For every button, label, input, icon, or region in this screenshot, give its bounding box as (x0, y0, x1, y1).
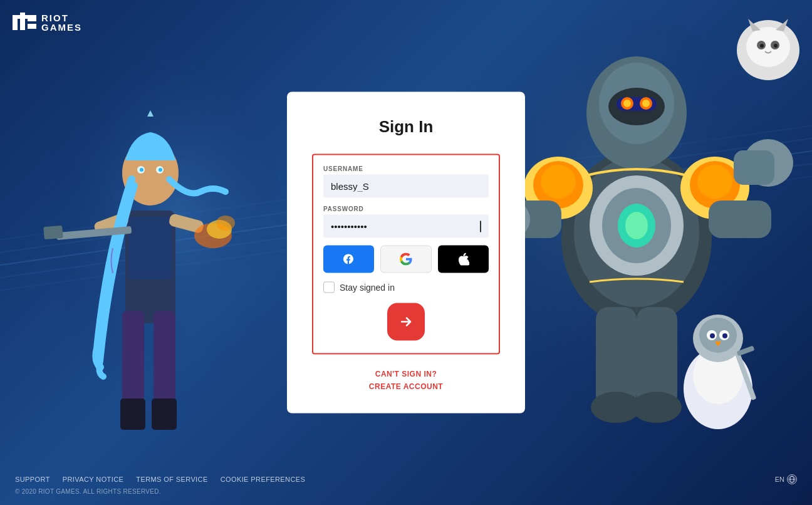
svg-rect-6 (128, 217, 172, 279)
svg-rect-42 (709, 200, 771, 238)
cant-sign-in-link[interactable]: CAN'T SIGN IN? (369, 370, 443, 378)
apple-icon (458, 253, 469, 266)
sign-in-title: Sign In (379, 117, 434, 137)
logo-text: RIOT GAMES (41, 13, 82, 32)
password-cursor (480, 221, 481, 232)
password-label: PASSWORD (323, 206, 489, 212)
google-signin-button[interactable] (380, 246, 432, 273)
riot-logo-icon (13, 13, 36, 33)
character-left (0, 35, 301, 474)
arrow-right-icon (398, 315, 414, 330)
svg-point-39 (623, 100, 631, 107)
svg-rect-72 (13, 15, 36, 19)
facebook-signin-button[interactable] (323, 246, 374, 273)
logo: RIOT GAMES (13, 13, 82, 33)
svg-rect-4 (120, 398, 145, 430)
svg-point-64 (760, 44, 764, 48)
svg-point-53 (699, 318, 737, 353)
svg-point-14 (159, 168, 162, 172)
svg-rect-2 (122, 311, 144, 411)
footer-links: SUPPORT PRIVACY NOTICE TERMS OF SERVICE … (15, 474, 797, 484)
stay-signed-in-label: Stay signed in (340, 283, 395, 293)
lang-label: EN (775, 476, 784, 483)
password-field-group: PASSWORD (323, 206, 489, 238)
copyright: © 2020 RIOT GAMES. ALL RIGHTS RESERVED. (15, 488, 797, 495)
svg-point-26 (625, 212, 648, 239)
svg-point-29 (541, 165, 576, 199)
password-wrapper (323, 215, 489, 238)
svg-rect-16 (43, 226, 63, 240)
google-icon (400, 253, 412, 266)
svg-point-32 (697, 165, 732, 199)
svg-rect-45 (734, 150, 774, 185)
svg-point-19 (216, 216, 235, 231)
username-input[interactable] (323, 175, 489, 198)
facebook-icon (342, 253, 355, 266)
svg-point-61 (746, 27, 790, 67)
svg-rect-5 (152, 398, 177, 430)
username-label: USERNAME (323, 165, 489, 172)
svg-point-13 (140, 168, 143, 172)
terms-link[interactable]: TERMS OF SERVICE (136, 476, 207, 483)
apple-signin-button[interactable] (438, 246, 489, 273)
cookie-link[interactable]: COOKIE PREFERENCES (221, 476, 306, 483)
password-input[interactable] (323, 215, 489, 238)
privacy-link[interactable]: PRIVACY NOTICE (63, 476, 124, 483)
footer: SUPPORT PRIVACY NOTICE TERMS OF SERVICE … (0, 474, 812, 495)
svg-point-56 (710, 333, 715, 338)
stay-signed-in-checkbox[interactable] (323, 282, 335, 293)
svg-point-40 (642, 100, 650, 107)
svg-point-57 (722, 333, 727, 338)
create-account-link[interactable]: CREATE ACCOUNT (369, 382, 443, 391)
svg-rect-71 (28, 24, 36, 29)
stay-signed-in-row: Stay signed in (323, 282, 489, 293)
language-selector[interactable]: EN (775, 474, 797, 484)
login-form-section: USERNAME PASSWORD (312, 154, 500, 355)
svg-point-49 (632, 392, 682, 423)
globe-icon (787, 474, 797, 484)
svg-point-65 (774, 44, 778, 48)
social-buttons (323, 246, 489, 273)
support-link[interactable]: SUPPORT (15, 476, 50, 483)
svg-rect-3 (154, 311, 175, 411)
submit-button[interactable] (387, 303, 425, 341)
login-card: Sign In USERNAME PASSWORD (287, 92, 525, 414)
username-field-group: USERNAME (323, 165, 489, 198)
